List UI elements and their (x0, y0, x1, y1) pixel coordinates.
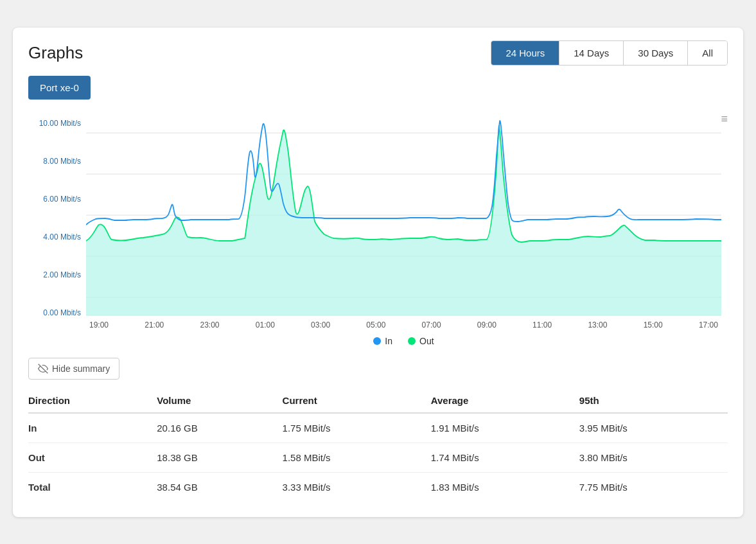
x-label-21: 21:00 (141, 320, 167, 329)
row-in-average: 1.91 MBit/s (431, 413, 579, 443)
table-header-row: Direction Volume Current Average 95th (28, 389, 728, 413)
port-button[interactable]: Port xe-0 (28, 76, 91, 100)
y-label-10: 10.00 Mbit/s (39, 119, 81, 128)
x-label-01: 01:00 (252, 320, 278, 329)
row-in-95th: 3.95 MBit/s (579, 413, 728, 443)
legend-out-label: Out (419, 336, 434, 346)
page-title: Graphs (28, 43, 83, 63)
chart-svg (86, 112, 721, 318)
row-total-direction: Total (28, 472, 157, 502)
col-direction: Direction (28, 389, 157, 413)
x-axis: 19:00 21:00 23:00 01:00 03:00 05:00 07:0… (86, 320, 721, 329)
row-out-current: 1.58 MBit/s (283, 443, 431, 472)
x-label-09: 09:00 (474, 320, 500, 329)
col-volume: Volume (157, 389, 282, 413)
chart-menu-icon[interactable]: ≡ (721, 112, 728, 126)
y-label-4: 4.00 Mbit/s (43, 233, 81, 241)
header: Graphs 24 Hours 14 Days 30 Days All (28, 40, 728, 66)
y-label-2: 2.00 Mbit/s (43, 270, 81, 279)
main-card: Graphs 24 Hours 14 Days 30 Days All Port… (13, 28, 743, 517)
row-total-current: 3.33 MBit/s (283, 472, 431, 502)
y-label-0: 0.00 Mbit/s (43, 308, 81, 317)
x-label-19: 19:00 (86, 320, 112, 329)
y-label-6: 6.00 Mbit/s (43, 195, 81, 204)
btn-all[interactable]: All (688, 41, 727, 65)
row-out-95th: 3.80 MBit/s (579, 443, 728, 472)
col-95th: 95th (579, 389, 728, 413)
x-label-11: 11:00 (529, 320, 555, 329)
table-row: Out 18.38 GB 1.58 MBit/s 1.74 MBit/s 3.8… (28, 443, 728, 472)
row-total-95th: 7.75 MBit/s (579, 472, 728, 502)
x-label-23: 23:00 (197, 320, 223, 329)
hide-eye-icon (38, 364, 48, 374)
legend: In Out (86, 336, 721, 346)
legend-in: In (373, 336, 392, 346)
hide-summary-label: Hide summary (52, 364, 110, 374)
row-in-current: 1.75 MBit/s (283, 413, 431, 443)
row-total-volume: 38.54 GB (157, 472, 282, 502)
y-label-8: 8.00 Mbit/s (43, 157, 81, 166)
summary-table: Direction Volume Current Average 95th In… (28, 389, 728, 502)
y-axis: 10.00 Mbit/s 8.00 Mbit/s 6.00 Mbit/s 4.0… (28, 119, 86, 318)
time-range-selector: 24 Hours 14 Days 30 Days All (491, 40, 728, 66)
hide-summary-button[interactable]: Hide summary (28, 358, 119, 380)
btn-24hours[interactable]: 24 Hours (491, 41, 559, 65)
x-label-17: 17:00 (696, 320, 721, 329)
x-label-03: 03:00 (308, 320, 333, 329)
row-out-volume: 18.38 GB (157, 443, 282, 472)
row-out-average: 1.74 MBit/s (431, 443, 579, 472)
chart-wrapper: 19:00 21:00 23:00 01:00 03:00 05:00 07:0… (86, 112, 721, 346)
row-in-direction: In (28, 413, 157, 443)
x-label-13: 13:00 (585, 320, 610, 329)
x-label-07: 07:00 (419, 320, 444, 329)
btn-30days[interactable]: 30 Days (624, 41, 688, 65)
col-current: Current (283, 389, 431, 413)
legend-out: Out (408, 336, 434, 346)
table-row: Total 38.54 GB 3.33 MBit/s 1.83 MBit/s 7… (28, 472, 728, 502)
x-label-05: 05:00 (363, 320, 389, 329)
legend-in-label: In (385, 336, 392, 346)
chart-area: ≡ 10.00 Mbit/s 8.00 Mbit/s 6.00 Mbit/s 4… (28, 112, 728, 346)
row-out-direction: Out (28, 443, 157, 472)
row-in-volume: 20.16 GB (157, 413, 282, 443)
legend-out-dot (408, 337, 416, 345)
btn-14days[interactable]: 14 Days (559, 41, 624, 65)
row-total-average: 1.83 MBit/s (431, 472, 579, 502)
table-row: In 20.16 GB 1.75 MBit/s 1.91 MBit/s 3.95… (28, 413, 728, 443)
legend-in-dot (373, 337, 381, 345)
col-average: Average (431, 389, 579, 413)
x-label-15: 15:00 (640, 320, 666, 329)
